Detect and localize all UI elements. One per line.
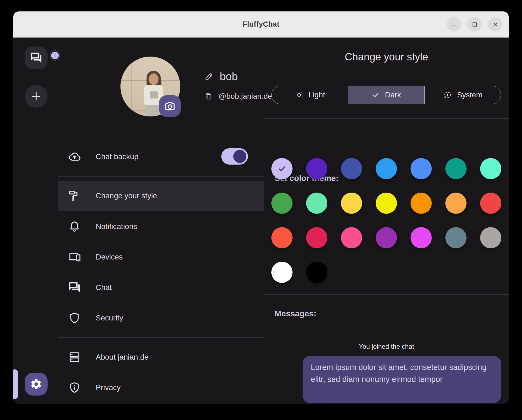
theme-mode-selector: Light Dark (271, 86, 501, 104)
color-swatch[interactable] (341, 193, 362, 214)
nav-item-about[interactable]: About janian.de (58, 342, 264, 372)
server-icon (68, 351, 81, 364)
minimize-icon (450, 21, 458, 28)
window-controls (447, 17, 502, 32)
divider (264, 118, 509, 119)
message-bubble-preview: Lorem ipsum dolor sit amet, consetetur s… (303, 356, 501, 403)
change-avatar-button[interactable] (159, 95, 181, 117)
theme-mode-label: Light (309, 91, 325, 99)
display-name-row[interactable]: bob (204, 70, 238, 83)
toggle-thumb (233, 150, 246, 163)
nav-item-label: Security (96, 314, 123, 322)
avatar-detail (150, 91, 158, 98)
color-swatch-selected[interactable] (271, 158, 293, 179)
copy-icon (204, 92, 213, 100)
divider (58, 337, 264, 338)
gear-icon (30, 378, 42, 390)
color-swatch[interactable] (271, 227, 293, 248)
matrix-id-row[interactable]: @bob:janian.de (204, 92, 272, 101)
camera-icon (164, 100, 176, 112)
color-swatch[interactable] (376, 193, 397, 214)
sun-icon (294, 90, 304, 100)
color-swatch[interactable] (445, 227, 467, 248)
color-swatch[interactable] (341, 158, 362, 179)
color-swatch[interactable] (445, 158, 467, 179)
theme-mode-label: System (457, 91, 482, 99)
check-icon (371, 91, 380, 99)
active-nav-indicator (13, 369, 18, 399)
divider (264, 294, 509, 295)
color-swatch[interactable] (306, 262, 327, 283)
color-swatch[interactable] (480, 227, 501, 248)
color-swatch[interactable] (306, 158, 327, 179)
nav-item-chat[interactable]: Chat (58, 272, 264, 303)
forum-icon (30, 52, 42, 64)
nav-item-notifications[interactable]: Notifications (58, 211, 264, 242)
divider (58, 176, 264, 177)
nav-item-security[interactable]: Security (58, 303, 264, 333)
color-swatch[interactable] (306, 227, 327, 248)
nav-item-privacy[interactable]: Privacy (58, 372, 264, 403)
color-swatch-grid (271, 158, 501, 283)
fluffychat-window: FluffyChat 1 (13, 11, 509, 404)
color-swatch[interactable] (480, 158, 501, 179)
nav-item-label: Notifications (96, 222, 137, 231)
settings-button[interactable] (25, 373, 48, 396)
nav-item-label: Devices (96, 253, 123, 261)
nav-item-label: Chat (96, 283, 112, 292)
color-swatch[interactable] (480, 193, 501, 214)
color-swatch[interactable] (411, 227, 432, 248)
nav-item-change-style[interactable]: Change your style (58, 181, 264, 211)
window-title: FluffyChat (243, 20, 279, 29)
theme-mode-dark[interactable]: Dark (348, 86, 424, 104)
close-button[interactable] (488, 17, 502, 32)
color-swatch[interactable] (376, 227, 397, 248)
style-settings-panel: Change your style Light (264, 38, 509, 403)
new-chat-button[interactable] (25, 85, 48, 108)
bell-icon (68, 220, 81, 233)
chat-backup-toggle[interactable] (221, 148, 248, 165)
settings-nav: bob @bob:janian.de (58, 38, 264, 403)
nav-item-label: Change your style (96, 192, 157, 200)
plus-icon (30, 90, 42, 102)
display-name: bob (220, 70, 238, 83)
avatar-detail (131, 57, 132, 116)
page-title: Change your style (264, 51, 509, 63)
joined-chat-notice: You joined the chat (264, 343, 509, 350)
devices-icon (68, 251, 81, 264)
cloud-upload-icon (68, 150, 81, 163)
paint-roller-icon (68, 189, 81, 202)
check-icon (276, 163, 287, 174)
color-swatch[interactable] (411, 193, 432, 214)
color-swatch[interactable] (376, 158, 397, 179)
close-icon (492, 21, 499, 28)
chats-button[interactable]: 1 (25, 47, 48, 69)
theme-mode-system[interactable]: System (425, 86, 501, 104)
theme-mode-label: Dark (385, 91, 401, 99)
left-rail: 1 (13, 38, 58, 403)
titlebar: FluffyChat (13, 11, 509, 38)
nav-item-label: About janian.de (96, 353, 149, 362)
nav-item-label: Chat backup (96, 152, 138, 161)
auto-theme-icon (443, 90, 452, 100)
theme-mode-light[interactable]: Light (272, 86, 348, 104)
color-swatch[interactable] (445, 193, 467, 214)
nav-item-devices[interactable]: Devices (58, 242, 264, 272)
privacy-shield-icon (68, 381, 81, 394)
edit-icon (204, 72, 214, 81)
divider (58, 136, 264, 136)
color-swatch[interactable] (271, 262, 293, 283)
shield-icon (68, 311, 81, 325)
color-swatch[interactable] (341, 227, 362, 248)
messages-heading: Messages: (275, 309, 316, 318)
color-swatch[interactable] (271, 193, 293, 214)
nav-item-label: Privacy (96, 383, 121, 392)
maximize-icon (471, 21, 478, 28)
color-swatch[interactable] (411, 158, 432, 179)
avatar-detail (149, 73, 159, 85)
maximize-button[interactable] (467, 17, 482, 32)
minimize-button[interactable] (447, 17, 461, 32)
chat-bubbles-icon (68, 281, 81, 294)
color-swatch[interactable] (306, 193, 327, 214)
